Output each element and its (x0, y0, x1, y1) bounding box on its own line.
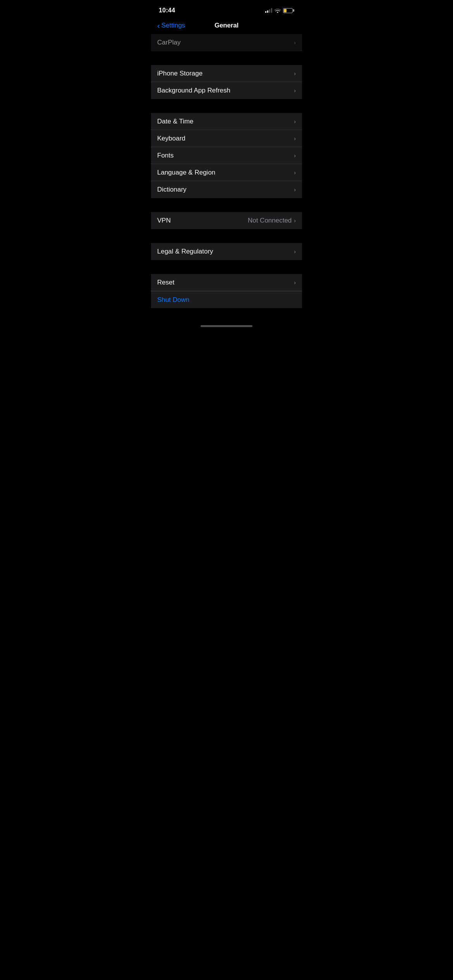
keyboard-label: Keyboard (157, 135, 185, 142)
carplay-right: › (294, 39, 296, 46)
language-region-right: › (294, 170, 296, 176)
settings-item-reset[interactable]: Reset › (151, 274, 302, 291)
background-app-refresh-right: › (294, 87, 296, 94)
vpn-right: Not Connected › (248, 217, 296, 224)
settings-item-date-time[interactable]: Date & Time › (151, 113, 302, 130)
vpn-section: VPN Not Connected › (151, 212, 302, 229)
battery-body (283, 8, 293, 13)
legal-regulatory-label: Legal & Regulatory (157, 248, 213, 255)
section-separator-4 (151, 229, 302, 243)
date-time-right: › (294, 118, 296, 125)
chevron-icon: › (294, 135, 296, 142)
signal-bar-1 (265, 11, 266, 13)
back-label: Settings (161, 22, 185, 29)
dictionary-label: Dictionary (157, 186, 187, 194)
settings-item-legal-regulatory[interactable]: Legal & Regulatory › (151, 243, 302, 260)
chevron-icon: › (294, 39, 296, 46)
settings-item-keyboard[interactable]: Keyboard › (151, 130, 302, 147)
signal-bars-icon (265, 8, 272, 13)
carplay-section: CarPlay › (151, 34, 302, 51)
signal-bar-2 (267, 10, 268, 13)
settings-item-background-app-refresh[interactable]: Background App Refresh › (151, 82, 302, 99)
back-chevron-icon: ‹ (157, 22, 160, 29)
locale-section: Date & Time › Keyboard › Fonts › Languag… (151, 113, 302, 198)
signal-bar-3 (269, 9, 270, 13)
chevron-icon: › (294, 152, 296, 159)
iphone-storage-right: › (294, 70, 296, 77)
chevron-icon: › (294, 118, 296, 125)
chevron-icon: › (294, 248, 296, 255)
home-bar (201, 325, 252, 327)
reset-section: Reset › Shut Down (151, 274, 302, 308)
chevron-icon: › (294, 70, 296, 77)
settings-item-shut-down[interactable]: Shut Down (151, 291, 302, 308)
settings-item-vpn[interactable]: VPN Not Connected › (151, 212, 302, 229)
section-separator-3 (151, 198, 302, 212)
chevron-icon: › (294, 279, 296, 286)
home-indicator (151, 322, 302, 329)
chevron-icon: › (294, 218, 296, 224)
storage-section: iPhone Storage › Background App Refresh … (151, 65, 302, 99)
fonts-label: Fonts (157, 152, 174, 159)
wifi-icon (275, 8, 281, 13)
vpn-value: Not Connected (248, 217, 292, 224)
chevron-icon: › (294, 170, 296, 176)
legal-section: Legal & Regulatory › (151, 243, 302, 260)
section-separator-1 (151, 51, 302, 65)
carplay-label: CarPlay (157, 39, 180, 46)
iphone-storage-label: iPhone Storage (157, 70, 202, 77)
settings-item-language-region[interactable]: Language & Region › (151, 164, 302, 181)
dictionary-right: › (294, 187, 296, 193)
section-separator-6 (151, 308, 302, 322)
battery-fill (284, 9, 287, 12)
status-bar: 10:44 (151, 0, 302, 19)
back-button[interactable]: ‹ Settings (157, 22, 185, 29)
chevron-icon: › (294, 187, 296, 193)
keyboard-right: › (294, 135, 296, 142)
shut-down-label: Shut Down (157, 296, 189, 304)
nav-bar: ‹ Settings General (151, 19, 302, 34)
reset-label: Reset (157, 279, 174, 286)
fonts-right: › (294, 152, 296, 159)
chevron-icon: › (294, 87, 296, 94)
reset-right: › (294, 279, 296, 286)
status-icons (265, 8, 294, 13)
page-title: General (214, 22, 239, 29)
vpn-label: VPN (157, 217, 171, 224)
battery-cap (293, 9, 294, 12)
battery-icon (283, 8, 294, 13)
status-time: 10:44 (159, 7, 175, 14)
settings-item-carplay[interactable]: CarPlay › (151, 34, 302, 51)
background-app-refresh-label: Background App Refresh (157, 87, 230, 94)
settings-item-dictionary[interactable]: Dictionary › (151, 181, 302, 198)
section-separator-2 (151, 99, 302, 113)
section-separator-5 (151, 260, 302, 274)
language-region-label: Language & Region (157, 169, 215, 176)
signal-bar-4 (271, 8, 272, 13)
settings-item-fonts[interactable]: Fonts › (151, 147, 302, 164)
date-time-label: Date & Time (157, 118, 194, 125)
settings-item-iphone-storage[interactable]: iPhone Storage › (151, 65, 302, 82)
legal-regulatory-right: › (294, 248, 296, 255)
